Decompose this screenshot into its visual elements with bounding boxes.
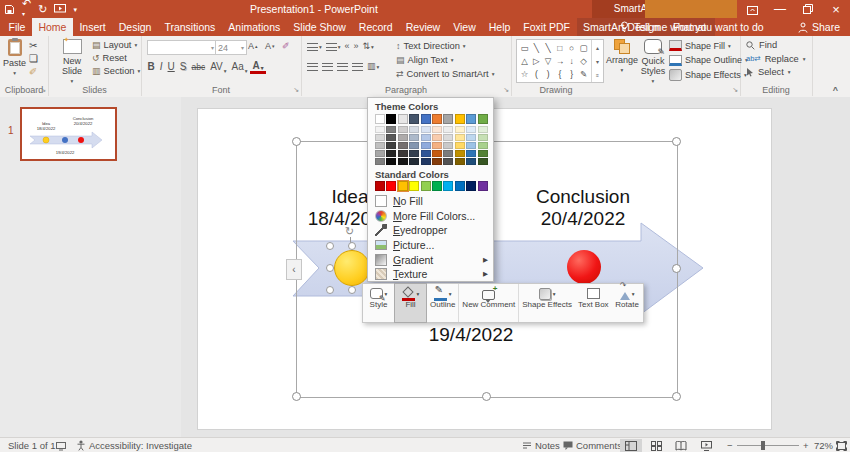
shape-icon[interactable]: ( bbox=[531, 69, 542, 79]
cut-button[interactable]: ✂ bbox=[29, 40, 38, 51]
shape-icon[interactable]: △ bbox=[519, 56, 530, 66]
collapse-ribbon-icon[interactable]: ^ bbox=[833, 85, 838, 95]
bullets-button[interactable]: ▾ bbox=[305, 40, 324, 53]
save-icon[interactable] bbox=[4, 4, 15, 15]
layout-button[interactable]: ▤Layout▾ bbox=[92, 40, 140, 50]
theme-variant-swatch[interactable] bbox=[443, 142, 453, 149]
theme-variant-swatch[interactable] bbox=[478, 134, 488, 141]
dialog-launcher-icon[interactable]: ↘ bbox=[40, 86, 46, 94]
font-fontcolor-button[interactable]: A▾ bbox=[250, 60, 266, 74]
resize-handle[interactable] bbox=[672, 264, 681, 273]
close-button[interactable]: × bbox=[822, 0, 850, 18]
theme-variant-swatch[interactable] bbox=[432, 134, 442, 141]
ribbon-display-options-button[interactable] bbox=[738, 0, 766, 18]
increase-font-button[interactable]: A▴ bbox=[246, 40, 260, 53]
standard-color-swatch[interactable] bbox=[478, 181, 488, 191]
find-button[interactable]: Find bbox=[746, 40, 806, 50]
reading-view-button[interactable] bbox=[670, 439, 692, 452]
accessibility-checker[interactable]: Accessibility: Investigate bbox=[76, 438, 192, 452]
tab-record[interactable]: Record bbox=[352, 18, 399, 36]
shape-icon[interactable]: ▭ bbox=[519, 43, 530, 53]
tab-animations[interactable]: Animations bbox=[222, 18, 287, 36]
theme-color-swatch[interactable] bbox=[466, 114, 476, 124]
tab-review[interactable]: Review bbox=[399, 18, 446, 36]
display-settings-icon[interactable] bbox=[56, 438, 66, 452]
font-shadow-button[interactable]: S bbox=[177, 60, 189, 74]
format-painter-button[interactable]: ✐ bbox=[29, 66, 38, 77]
standard-color-swatch[interactable] bbox=[443, 181, 453, 191]
mini-shape-effects-button[interactable]: ▾Shape Effects bbox=[518, 284, 575, 322]
theme-variant-swatch[interactable] bbox=[478, 150, 488, 157]
clear-formatting-button[interactable]: ✐ bbox=[280, 40, 292, 53]
standard-color-swatch[interactable] bbox=[466, 181, 476, 191]
align-text-button[interactable]: ▤Align Text▾ bbox=[396, 55, 494, 65]
theme-color-swatch[interactable] bbox=[409, 114, 419, 124]
theme-variant-swatch[interactable] bbox=[409, 134, 419, 141]
dialog-launcher-icon[interactable]: ↘ bbox=[293, 86, 299, 94]
numbering-button[interactable]: ▾ bbox=[324, 40, 343, 53]
tab-foxit-pdf[interactable]: Foxit PDF bbox=[517, 18, 577, 36]
theme-variant-swatch[interactable] bbox=[443, 158, 453, 165]
shape-icon[interactable]: ◇ bbox=[578, 56, 589, 66]
shape-outline-button[interactable]: Shape Outline▾ bbox=[669, 55, 748, 66]
theme-variant-swatch[interactable] bbox=[432, 158, 442, 165]
tell-me-box[interactable]: Tell me what you want to do bbox=[620, 18, 764, 36]
align-left-button[interactable] bbox=[305, 60, 320, 73]
shape-handle[interactable] bbox=[348, 242, 356, 250]
menu-item-no-fill[interactable]: No Fill bbox=[368, 194, 493, 209]
shape-handle[interactable] bbox=[326, 242, 334, 250]
theme-variant-swatch[interactable] bbox=[409, 158, 419, 165]
customize-qat-icon[interactable]: ▾ bbox=[73, 4, 77, 15]
shape-icon[interactable]: ▽ bbox=[543, 56, 554, 66]
select-button[interactable]: Select▾ bbox=[746, 67, 806, 77]
line-spacing-button[interactable]: ⇅▾ bbox=[361, 40, 376, 53]
copy-button[interactable]: ❏ bbox=[29, 53, 38, 64]
theme-variant-swatch[interactable] bbox=[443, 126, 453, 133]
theme-color-swatch[interactable] bbox=[432, 114, 442, 124]
tab-home[interactable]: Home bbox=[32, 18, 73, 36]
theme-variant-swatch[interactable] bbox=[375, 150, 385, 157]
shapes-gallery[interactable]: ▭╲╲□○▢△▷▽→↓◇☆(){}✎ ▴▾≡ bbox=[516, 39, 604, 83]
theme-variant-swatch[interactable] bbox=[375, 134, 385, 141]
shape-handle[interactable] bbox=[326, 264, 334, 272]
shape-icon[interactable]: ↓ bbox=[566, 56, 577, 66]
theme-variant-swatch[interactable] bbox=[466, 134, 476, 141]
theme-variant-swatch[interactable] bbox=[421, 134, 431, 141]
reset-button[interactable]: ↺Reset bbox=[92, 53, 140, 63]
decrease-font-button[interactable]: A▾ bbox=[263, 40, 277, 53]
standard-color-swatch[interactable] bbox=[421, 181, 431, 191]
shape-icon[interactable]: ╲ bbox=[531, 43, 542, 53]
justify-button[interactable] bbox=[350, 60, 365, 73]
align-center-button[interactable] bbox=[320, 60, 335, 73]
zoom-out-button[interactable]: − bbox=[727, 438, 733, 452]
theme-variant-swatch[interactable] bbox=[386, 158, 396, 165]
tab-file[interactable]: File bbox=[2, 18, 32, 36]
theme-variant-swatch[interactable] bbox=[398, 150, 408, 157]
theme-color-swatch[interactable] bbox=[455, 114, 465, 124]
font-bold-button[interactable]: B bbox=[145, 60, 157, 74]
theme-variant-swatch[interactable] bbox=[375, 126, 385, 133]
tab-slide-show[interactable]: Slide Show bbox=[287, 18, 353, 36]
zoom-in-button[interactable]: + bbox=[803, 438, 809, 452]
standard-color-swatch[interactable] bbox=[455, 181, 465, 191]
shape-fill-button[interactable]: Shape Fill▾ bbox=[669, 40, 748, 51]
theme-variant-swatch[interactable] bbox=[409, 126, 419, 133]
red-milestone-dot[interactable] bbox=[567, 250, 601, 284]
shape-icon[interactable]: ) bbox=[543, 69, 554, 79]
shape-icon[interactable]: ▢ bbox=[578, 43, 589, 53]
tab-help[interactable]: Help bbox=[482, 18, 517, 36]
resize-handle[interactable] bbox=[482, 392, 491, 401]
gallery-scroll[interactable]: ▴▾≡ bbox=[591, 40, 603, 82]
fit-to-window-button[interactable] bbox=[836, 438, 847, 452]
font-underline-button[interactable]: U bbox=[165, 60, 177, 74]
shape-icon[interactable]: ☆ bbox=[519, 69, 530, 79]
menu-item-texture[interactable]: Texture▶ bbox=[368, 267, 493, 282]
menu-item-picture[interactable]: Picture... bbox=[368, 238, 493, 253]
convert-to-smartart-button[interactable]: ⇄Convert to SmartArt▾ bbox=[396, 69, 494, 79]
theme-variant-swatch[interactable] bbox=[455, 134, 465, 141]
zoom-slider-thumb[interactable] bbox=[761, 441, 765, 450]
font-spacing-button[interactable]: AV▾ bbox=[208, 60, 229, 74]
notes-button[interactable]: Notes bbox=[522, 438, 560, 452]
zoom-level[interactable]: 72% bbox=[814, 438, 833, 452]
slide-sorter-view-button[interactable] bbox=[645, 439, 667, 452]
